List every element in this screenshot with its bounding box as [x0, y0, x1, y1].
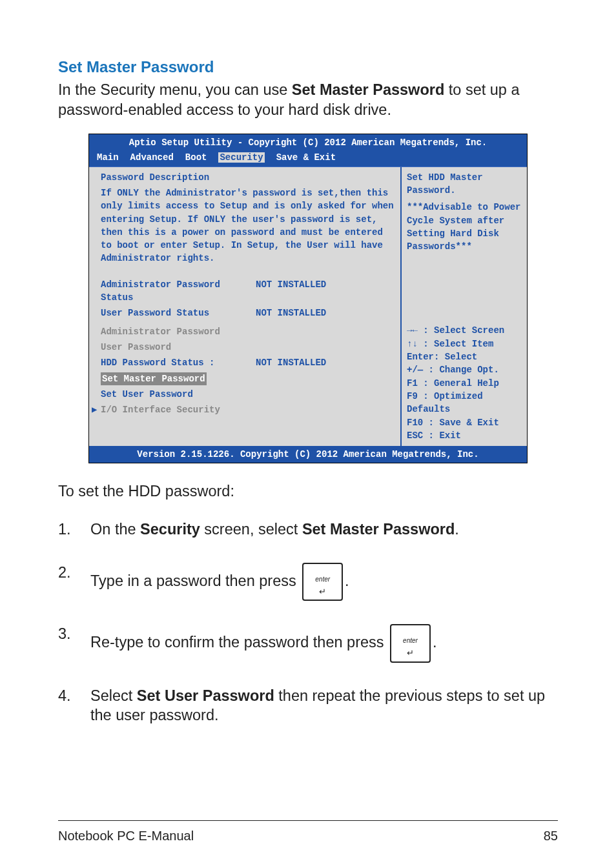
- bios-nav-4: F1 : General Help: [407, 377, 522, 390]
- intro-text: In the Security menu, you can use Set Ma…: [58, 80, 558, 119]
- bios-nav-1: ↑↓ : Select Item: [407, 338, 522, 350]
- step-2-a: Type in a password then press: [90, 572, 300, 589]
- bios-user-status-label: User Password Status: [101, 307, 256, 319]
- bios-nav-5: F9 : Optimized Defaults: [407, 390, 522, 416]
- step-1-d: .: [455, 521, 459, 538]
- bios-menubar: MainAdvancedBootSecuritySave & Exit: [89, 151, 527, 167]
- step-3-a: Re-type to confirm the password then pre…: [90, 634, 388, 651]
- steps-intro: To set the HDD password:: [58, 483, 558, 500]
- step-1: 1. On the Security screen, select Set Ma…: [58, 520, 558, 540]
- bios-menu-security: Security: [218, 152, 264, 163]
- step-1-number: 1.: [58, 520, 90, 540]
- bios-help-1: Set HDD Master Password.: [407, 171, 522, 197]
- bios-hdd-status-label: HDD Password Status :: [101, 356, 256, 369]
- bios-menu-saveexit: Save & Exit: [276, 152, 336, 163]
- bios-user-status-value: NOT INSTALLED: [256, 307, 326, 319]
- bios-nav-6: F10 : Save & Exit: [407, 416, 522, 429]
- footer-left: Notebook PC E-Manual: [58, 829, 194, 843]
- submenu-arrow-icon: ▶: [92, 403, 97, 416]
- bios-left-pane: Password Description If ONLY the Adminis…: [89, 167, 400, 446]
- bios-user-password: User Password: [101, 341, 394, 354]
- bios-title: Aptio Setup Utility - Copyright (C) 2012…: [89, 134, 527, 151]
- step-2-number: 2.: [58, 563, 90, 583]
- step-1-b1: Security: [140, 521, 200, 538]
- step-1-a: On the: [90, 521, 140, 538]
- intro-prefix: In the Security menu, you can use: [58, 81, 292, 98]
- bios-admin-status-value: NOT INSTALLED: [256, 278, 326, 305]
- bios-help-2: ***Advisable to Power Cycle System after…: [407, 201, 522, 253]
- bios-screenshot: Aptio Setup Utility - Copyright (C) 2012…: [88, 134, 528, 463]
- enter-key-icon: enter↵: [302, 563, 343, 601]
- bios-menu-advanced: Advanced: [130, 152, 174, 163]
- footer-page-number: 85: [544, 829, 558, 843]
- step-2-b: .: [345, 572, 349, 589]
- bios-nav-7: ESC : Exit: [407, 429, 522, 442]
- bios-admin-status-label: Administrator Password Status: [101, 278, 256, 305]
- step-4: 4. Select Set User Password then repeat …: [58, 686, 558, 725]
- bios-nav-0: →← : Select Screen: [407, 324, 522, 337]
- step-4-number: 4.: [58, 686, 90, 706]
- step-1-b2: Set Master Password: [302, 521, 455, 538]
- step-1-c: screen, select: [200, 521, 302, 538]
- bios-admin-password: Administrator Password: [101, 325, 394, 338]
- bios-nav-2: Enter: Select: [407, 350, 522, 363]
- bios-passdesc-heading: Password Description: [101, 171, 394, 184]
- step-4-b1: Set User Password: [137, 687, 274, 704]
- bios-set-master-password: Set Master Password: [101, 372, 207, 385]
- bios-menu-main: Main: [97, 152, 119, 163]
- bios-footer: Version 2.15.1226. Copyright (C) 2012 Am…: [89, 446, 527, 463]
- bios-hdd-status-value: NOT INSTALLED: [256, 356, 326, 369]
- bios-nav-3: +/— : Change Opt.: [407, 363, 522, 376]
- bios-passdesc-body: If ONLY the Administrator's password is …: [101, 187, 394, 265]
- section-heading: Set Master Password: [58, 58, 558, 76]
- step-3: 3. Re-type to confirm the password then …: [58, 624, 558, 662]
- page-footer: Notebook PC E-Manual 85: [58, 820, 558, 843]
- step-2: 2. Type in a password then press enter↵.: [58, 563, 558, 601]
- bios-menu-boot: Boot: [185, 152, 207, 163]
- step-4-a: Select: [90, 687, 137, 704]
- steps-list: 1. On the Security screen, select Set Ma…: [58, 520, 558, 725]
- bios-set-user-password: Set User Password: [101, 388, 394, 401]
- step-3-b: .: [433, 634, 437, 651]
- bios-io-interface-security: I/O Interface Security: [101, 405, 220, 415]
- bios-right-pane: Set HDD Master Password. ***Advisable to…: [400, 167, 527, 446]
- enter-key-icon: enter↵: [390, 624, 431, 662]
- step-3-number: 3.: [58, 624, 90, 644]
- intro-bold: Set Master Password: [292, 81, 444, 98]
